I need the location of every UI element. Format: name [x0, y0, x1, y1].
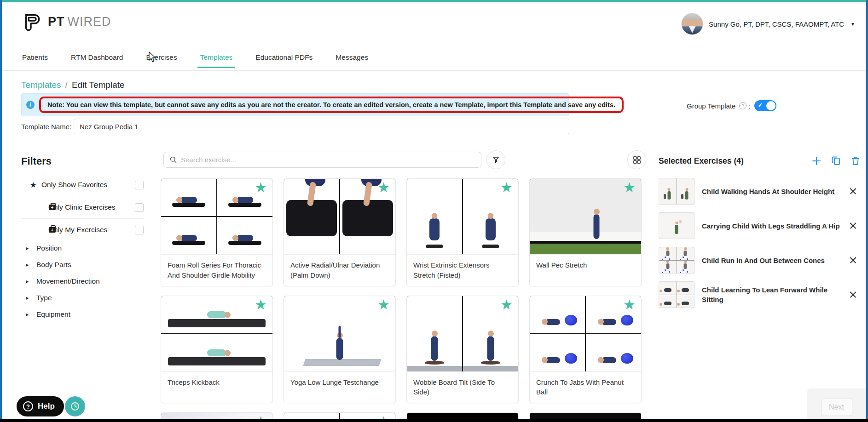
chevron-down-icon: ▼ — [851, 22, 855, 27]
exercise-card[interactable]: ★ Foam Roll Series For Thoracic And Shou… — [161, 178, 273, 286]
collapse-arrow-icon: ▶ — [26, 246, 29, 251]
exercise-card[interactable]: ★ Wall Pec Stretch — [529, 178, 642, 286]
template-name-label: Template Name: — [21, 123, 74, 131]
help-button[interactable]: ? Help — [17, 396, 64, 416]
nav-tab-rtm-dashboard[interactable]: RTM Dashboard — [70, 53, 124, 68]
favorite-star-icon[interactable]: ★ — [500, 298, 513, 312]
clock-icon — [69, 401, 81, 412]
template-name-row: Template Name: — [21, 119, 569, 134]
person-figure — [675, 225, 678, 234]
selected-exercise-item: Carrying Child With Legs Straddling A Hi… — [659, 212, 861, 239]
favorite-star-icon[interactable]: ★ — [377, 181, 390, 194]
remove-exercise-button[interactable] — [848, 290, 858, 300]
favorite-star-icon[interactable]: ★ — [500, 181, 513, 194]
group-template-toggle[interactable]: ✓ — [754, 100, 776, 111]
selected-exercise-title: Child Walking Hands At Shoulder Height — [702, 187, 841, 196]
window-frame-top — [0, 0, 868, 2]
breadcrumb-templates-link[interactable]: Templates — [21, 80, 61, 90]
edit-template-page: PTWIRED Sunny Go, PT, DPT, CSCS, FAAOMPT… — [0, 0, 868, 422]
help-tooltip-icon[interactable]: ? — [739, 102, 746, 109]
next-button[interactable]: Next — [821, 399, 852, 416]
exercise-title: Wobble Board Tilt (Side To Side) — [407, 372, 518, 403]
person-figure — [667, 191, 671, 200]
filter-collapsible-item[interactable]: ▶ Position — [21, 240, 144, 257]
filter-checkbox-item[interactable]: Only Clinic Exercises — [21, 197, 144, 217]
pt-wired-logo: PTWIRED — [21, 11, 111, 32]
person-figure — [336, 338, 343, 360]
remove-exercise-button[interactable] — [848, 186, 858, 196]
person-figure — [207, 311, 226, 318]
thumbnail-panel — [659, 247, 677, 260]
selected-exercise-title: Child Run In And Out Between Cones — [702, 256, 841, 265]
person-figure — [487, 336, 494, 361]
filter-collapsible-item[interactable]: ▶ Type — [21, 290, 144, 306]
template-name-input[interactable] — [74, 119, 569, 134]
nav-tab-patients[interactable]: Patients — [21, 53, 49, 68]
filter-collapsible-item[interactable]: ▶ Body Parts — [21, 257, 144, 273]
window-frame-left — [0, 0, 2, 422]
exercise-thumbnail: ★ — [530, 296, 641, 372]
search-input[interactable] — [181, 156, 475, 164]
nav-tab-educational-pdfs[interactable]: Educational PDFs — [255, 53, 313, 68]
avatar[interactable] — [681, 13, 703, 35]
nav-divider — [0, 70, 868, 71]
logo-text: PTWIRED — [48, 15, 111, 29]
add-exercise-button[interactable] — [810, 155, 822, 167]
grid-view-button[interactable] — [627, 150, 646, 169]
nav-tab-label: Messages — [336, 53, 368, 61]
remove-exercise-button[interactable] — [848, 255, 858, 265]
checkbox[interactable] — [135, 226, 144, 234]
thumbnail-panel — [677, 178, 694, 204]
person-figure — [307, 182, 316, 206]
delete-exercises-button[interactable] — [850, 155, 861, 166]
exercise-thumbnail: ★ — [284, 179, 395, 255]
breadcrumb-separator: / — [65, 80, 68, 90]
filter-checkbox-item[interactable]: Only My Exercises — [21, 220, 144, 240]
exercise-card[interactable]: ★ Crunch To Jabs With Peanut Ball — [529, 296, 642, 404]
history-button[interactable] — [65, 396, 85, 416]
exercise-card[interactable]: ★ Triceps Kickback — [161, 296, 273, 404]
clinic-bag-icon — [49, 205, 56, 210]
thumbnail-panel — [586, 334, 641, 371]
exercise-thumbnail: ★ — [161, 179, 272, 255]
person-figure — [602, 357, 616, 363]
filter-divider — [21, 218, 144, 219]
checkbox[interactable] — [135, 181, 144, 189]
nav-tab-label: RTM Dashboard — [71, 53, 123, 61]
filter-label: Only My Exercises — [48, 226, 107, 234]
person-figure — [684, 263, 687, 269]
person-figure — [666, 263, 669, 269]
exercise-card[interactable]: ★ Yoga Low Lunge Testchange — [284, 296, 396, 404]
favorite-star-icon[interactable]: ★ — [623, 298, 636, 312]
exercise-card[interactable]: ★ Wrist Extrinsic Extensors Stretch (Fis… — [406, 178, 519, 286]
favorite-star-icon[interactable]: ★ — [255, 181, 267, 194]
filter-collapsible-item[interactable]: ▶ Equipment — [21, 306, 144, 323]
filter-checkbox-item[interactable]: ★ Only Show Favorites — [21, 175, 144, 195]
toggle-knob — [766, 101, 775, 110]
remove-exercise-button[interactable] — [848, 221, 858, 231]
user-name: Sunny Go, PT, DPT, CSCS, FAAOMPT, ATC — [709, 20, 844, 28]
selected-exercise-item: Child Walking Hands At Shoulder Height — [659, 178, 861, 205]
exercise-card[interactable]: ★ Wobble Board Tilt (Side To Side) — [406, 296, 519, 404]
nav-tab-label: Templates — [200, 53, 233, 61]
selected-exercise-item: Child Learning To Lean Forward While Sit… — [659, 281, 861, 308]
star-icon: ★ — [29, 180, 38, 190]
nav-tab-templates[interactable]: Templates — [199, 53, 234, 68]
copy-exercises-button[interactable] — [831, 155, 842, 166]
filter-funnel-button[interactable] — [486, 150, 505, 169]
favorite-star-icon[interactable]: ★ — [623, 181, 636, 194]
logo-light: WIRED — [68, 15, 111, 29]
user-menu[interactable]: Sunny Go, PT, DPT, CSCS, FAAOMPT, ATC ▼ — [681, 13, 855, 35]
collapse-arrow-icon: ▶ — [26, 279, 29, 284]
favorite-star-icon[interactable]: ★ — [377, 298, 390, 312]
collapse-arrow-icon: ▶ — [26, 263, 29, 267]
next-panel: Next — [807, 388, 866, 419]
note-text-annotated: Note: You can view this template, but ca… — [39, 97, 624, 113]
favorite-star-icon[interactable]: ★ — [255, 298, 267, 312]
exercise-title: Crunch To Jabs With Peanut Ball — [530, 372, 641, 403]
person-figure — [682, 302, 689, 305]
checkbox[interactable] — [135, 203, 144, 212]
nav-tab-messages[interactable]: Messages — [335, 53, 369, 68]
filter-collapsible-item[interactable]: ▶ Movement/Direction — [21, 273, 144, 290]
exercise-card[interactable]: ★ Active Radial/Ulnar Deviation (Palm Do… — [284, 178, 396, 286]
